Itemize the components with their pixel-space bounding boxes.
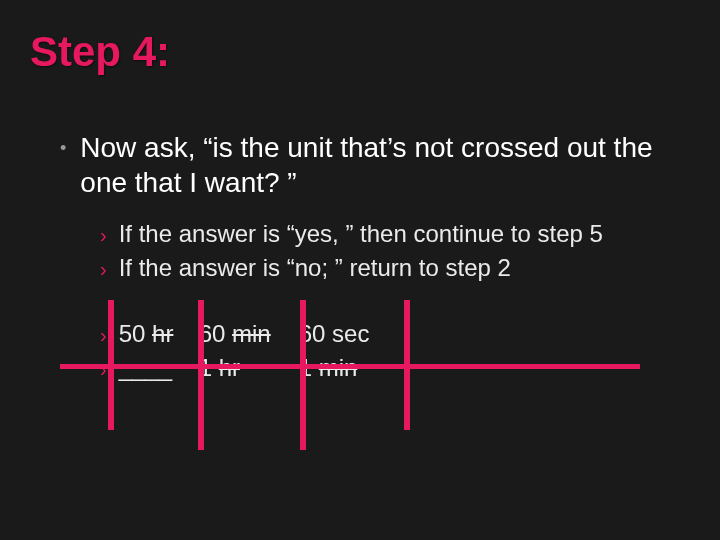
main-bullet-text: Now ask, “is the unit that’s not crossed…: [80, 130, 680, 200]
slide-title: Step 4:: [30, 28, 170, 76]
sub-bullet-item: › If the answer is “no; ” return to step…: [100, 254, 680, 282]
conversion-math-block: › 50 hr 60 min 60 sec › ____ 1 hr 1 min: [100, 320, 399, 388]
chevron-right-icon: ›: [100, 258, 107, 281]
math-row-1: › 50 hr 60 min 60 sec: [100, 320, 399, 348]
chevron-right-icon: ›: [100, 324, 107, 347]
chevron-right-icon: ›: [100, 224, 107, 247]
math-cell: 60 min: [199, 320, 299, 348]
math-row-2: › ____ 1 hr 1 min: [100, 354, 399, 382]
sub-bullet-item: › If the answer is “yes, ” then continue…: [100, 220, 680, 248]
sub-bullet-text: If the answer is “no; ” return to step 2: [119, 254, 511, 282]
math-cells: 50 hr 60 min 60 sec: [119, 320, 399, 348]
math-cell: 1 hr: [199, 354, 299, 382]
bullet-dot-icon: •: [60, 138, 66, 159]
math-cell: 50 hr: [119, 320, 199, 348]
sub-bullet-text: If the answer is “yes, ” then continue t…: [119, 220, 603, 248]
vertical-line: [404, 300, 410, 430]
main-bullet: • Now ask, “is the unit that’s not cross…: [60, 130, 680, 200]
math-cell: ____: [119, 354, 199, 382]
sub-bullet-list: › If the answer is “yes, ” then continue…: [100, 220, 680, 288]
math-cells: ____ 1 hr 1 min: [119, 354, 399, 382]
math-cell: 1 min: [299, 354, 399, 382]
chevron-right-icon: ›: [100, 358, 107, 381]
math-cell: 60 sec: [299, 320, 399, 348]
